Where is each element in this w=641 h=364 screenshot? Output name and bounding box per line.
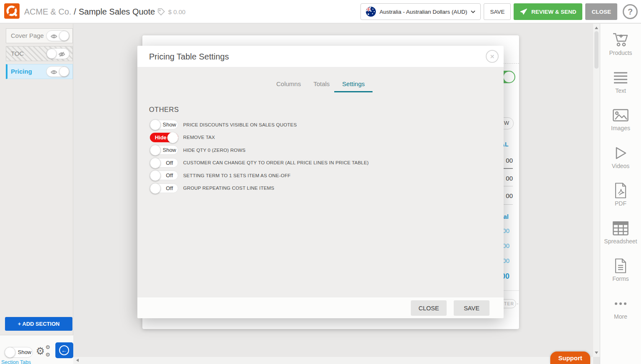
top-header: ACME & Co./Sample Sales Quote $ 0.00: [0, 0, 641, 23]
tool-label: More: [614, 313, 627, 320]
pricing-table-settings-modal: Pricing Table Settings ✕ Columns Totals …: [137, 46, 504, 318]
horizontal-scrollbar[interactable]: [73, 357, 593, 364]
review-and-send-button[interactable]: REVIEW & SEND: [514, 3, 582, 20]
sidebar-item-cover-page[interactable]: Cover Page: [6, 28, 73, 43]
page-footer-boundary: [517, 304, 519, 304]
tool-label: Text: [615, 87, 626, 94]
toggle-knob: [150, 170, 161, 181]
setting-row: Off SETTING TERM TO 1 SETS ITEM AS ONE-O…: [150, 171, 369, 180]
tool-forms[interactable]: Forms: [600, 255, 641, 293]
tool-pdf[interactable]: PDF: [600, 180, 641, 218]
section-tabs-label: Section Tabs: [1, 359, 31, 364]
grid-icon: [613, 220, 629, 237]
setting-label: SETTING TERM TO 1 SETS ITEM AS ONE-OFF: [183, 173, 291, 178]
content-toolbar: Products Text Images Videos: [600, 24, 641, 364]
eye-slash-icon: [58, 51, 65, 59]
tab-settings[interactable]: Settings: [342, 80, 365, 91]
section-tabs-toggle[interactable]: Show: [5, 347, 33, 358]
pricing-amount: 00: [506, 192, 513, 199]
quote-total-value: $ 0.00: [168, 8, 186, 15]
close-quote-button[interactable]: CLOSE: [585, 3, 617, 20]
tool-more[interactable]: More: [600, 293, 641, 331]
tab-totals[interactable]: Totals: [313, 80, 330, 91]
breadcrumb-separator: /: [74, 7, 76, 16]
toggle-remove-tax[interactable]: Hide: [150, 133, 178, 142]
toggle-knob: [59, 31, 69, 41]
toggle-knob: [59, 67, 69, 77]
eye-icon: [50, 69, 57, 77]
australia-flag-icon: [366, 7, 376, 17]
setting-label: HIDE QTY 0 (ZERO) ROWS: [183, 148, 246, 153]
currency-dropdown[interactable]: Australia - Australian Dollars (AUD): [360, 3, 481, 20]
setting-label: REMOVE TAX: [183, 135, 215, 140]
tool-text[interactable]: Text: [600, 67, 641, 105]
pdf-icon: [614, 182, 627, 199]
section-label: Pricing: [11, 64, 32, 79]
toggle-state-label: Off: [161, 171, 178, 180]
visibility-toggle[interactable]: [46, 30, 70, 41]
toggle-knob: [47, 49, 57, 59]
modal-save-button[interactable]: SAVE: [454, 300, 489, 316]
toggle-knob: [504, 72, 514, 82]
settings-gears-icon[interactable]: ⚙ ⚙ ⚙: [36, 344, 53, 360]
scrollbar-thumb[interactable]: [594, 31, 599, 69]
tool-images[interactable]: Images: [600, 105, 641, 143]
setting-row: Hide REMOVE TAX: [150, 133, 369, 142]
setting-row: Off CUSTOMER CAN CHANGE QTY TO ORDER (AL…: [150, 158, 369, 168]
toggle-state-label: Off: [161, 158, 178, 167]
modal-close-button[interactable]: CLOSE: [411, 300, 447, 316]
setting-row: Off GROUP REPEATING COST LINE ITEMS: [150, 183, 369, 193]
tab-columns[interactable]: Columns: [276, 80, 301, 91]
header-actions: Australia - Australian Dollars (AUD) SAV…: [360, 3, 638, 20]
toggle-group-repeating[interactable]: Off: [150, 183, 178, 193]
collapse-sidebar-button[interactable]: ←: [55, 342, 73, 358]
close-icon[interactable]: ✕: [486, 50, 499, 63]
toggle-state-label: Show: [161, 120, 178, 129]
paper-plane-icon: [520, 8, 527, 15]
toggle-price-discounts[interactable]: Show: [150, 120, 178, 129]
tool-label: Forms: [612, 275, 629, 282]
gear-icon: ⚙: [45, 344, 50, 350]
toggle-customer-change-qty[interactable]: Off: [150, 158, 178, 168]
visibility-toggle[interactable]: [46, 48, 70, 59]
tool-label: Spreadsheet: [604, 238, 637, 245]
scroll-left-icon[interactable]: [76, 359, 79, 362]
toggle-state-label: Off: [161, 184, 178, 193]
toggle-knob: [150, 145, 161, 156]
breadcrumb-company[interactable]: ACME & Co.: [24, 7, 71, 16]
image-icon: [613, 106, 629, 124]
modal-title: Pricing Table Settings: [149, 46, 229, 67]
support-button[interactable]: Support: [550, 352, 590, 364]
sidebar-item-toc[interactable]: TOC: [6, 46, 73, 61]
save-button[interactable]: SAVE: [484, 3, 511, 20]
setting-row: Show PRICE DISCOUNTS VISIBLE ON SALES QU…: [150, 120, 369, 129]
setting-label: CUSTOMER CAN CHANGE QTY TO ORDER (ALL PR…: [183, 160, 369, 165]
cart-plus-icon: [612, 31, 629, 49]
tool-spreadsheet[interactable]: Spreadsheet: [600, 218, 641, 256]
breadcrumb: ACME & Co./Sample Sales Quote: [24, 0, 155, 23]
vertical-scrollbar[interactable]: [593, 24, 600, 357]
toggle-hide-qty-zero[interactable]: Show: [150, 145, 178, 155]
app-logo-icon[interactable]: [4, 3, 20, 19]
modal-tabs: Columns Totals Settings: [137, 80, 504, 91]
chevron-down-icon: [471, 10, 475, 13]
toggle-knob: [150, 119, 161, 130]
scroll-up-icon[interactable]: [595, 27, 598, 29]
tag-icon: [157, 8, 165, 16]
sidebar-item-pricing[interactable]: Pricing: [6, 64, 73, 79]
modal-header: Pricing Table Settings ✕: [137, 46, 504, 67]
section-label: TOC: [11, 47, 24, 61]
visibility-toggle[interactable]: [46, 66, 70, 77]
toggle-term-one-off[interactable]: Off: [150, 171, 178, 180]
toggle-knob: [167, 132, 178, 143]
tool-label: Images: [611, 125, 630, 131]
play-icon: [614, 144, 627, 162]
setting-row: Show HIDE QTY 0 (ZERO) ROWS: [150, 145, 369, 155]
scroll-down-icon[interactable]: [595, 352, 598, 354]
help-icon[interactable]: ?: [623, 4, 638, 19]
tool-products[interactable]: Products: [600, 30, 641, 67]
settings-group-title: OTHERS: [149, 106, 179, 114]
tool-label: PDF: [615, 200, 626, 207]
tool-videos[interactable]: Videos: [600, 143, 641, 181]
add-section-button[interactable]: + ADD SECTION: [5, 317, 72, 331]
